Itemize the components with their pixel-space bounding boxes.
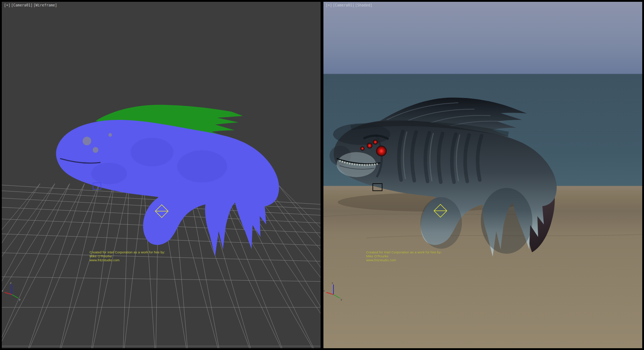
watermark-line: Created for Intel Corporation as a work … [366, 250, 441, 254]
watermark-line: Created for Intel Corporation as a work … [89, 250, 165, 254]
eye-spot [93, 147, 98, 153]
fish-model[interactable] [330, 98, 557, 257]
axis-y-label: y [341, 298, 342, 301]
watermark-line: www.fritzstudio.com [89, 258, 165, 262]
viewport-label: [+] [Camera01] [Wireframe] [4, 3, 57, 7]
eye-spot [83, 137, 91, 145]
watermark-line: www.fritzstudio.com [366, 258, 441, 262]
viewport-camera-menu[interactable]: [Camera01] [11, 3, 33, 7]
nostril-spot [108, 133, 112, 137]
fish-model[interactable] [56, 105, 279, 257]
viewport-wireframe[interactable]: [+] [Camera01] [Wireframe] [2, 2, 321, 348]
axis-z-label: z [332, 281, 333, 285]
viewport-pov-menu[interactable]: [+] [4, 3, 10, 7]
viewport-shading-menu[interactable]: [Shaded] [355, 3, 372, 7]
watermark-line: Mike O'Rourke [89, 254, 165, 258]
eye-icon [373, 140, 377, 144]
watermark-text: Created for Intel Corporation as a work … [366, 250, 441, 262]
eye-icon [361, 147, 364, 150]
viewport-shading-menu[interactable]: [Wireframe] [33, 3, 57, 7]
world-axis-tripod: z x y [2, 281, 20, 301]
axis-x-label: x [2, 289, 3, 292]
viewport-pov-menu[interactable]: [+] [326, 3, 332, 7]
eye-icon [376, 146, 386, 156]
viewport-canvas: [+] [Camera01] [Wireframe] [0, 0, 644, 350]
watermark-text: Created for Intel Corporation as a work … [89, 250, 165, 262]
viewport-camera-menu[interactable]: [Camera01] [333, 3, 354, 7]
watermark-line: Mike O'Rourke [366, 254, 441, 258]
axis-y-label: y [19, 298, 20, 301]
axis-x-label: x [323, 289, 325, 292]
world-axis-tripod: z x y [323, 281, 342, 301]
viewport-label: [+] [Camera01] [Shaded] [326, 3, 372, 7]
viewport-shaded[interactable]: [+] [Camera01] [Shaded] [323, 2, 642, 348]
axis-z-label: z [10, 281, 11, 285]
eye-icon [367, 143, 372, 148]
